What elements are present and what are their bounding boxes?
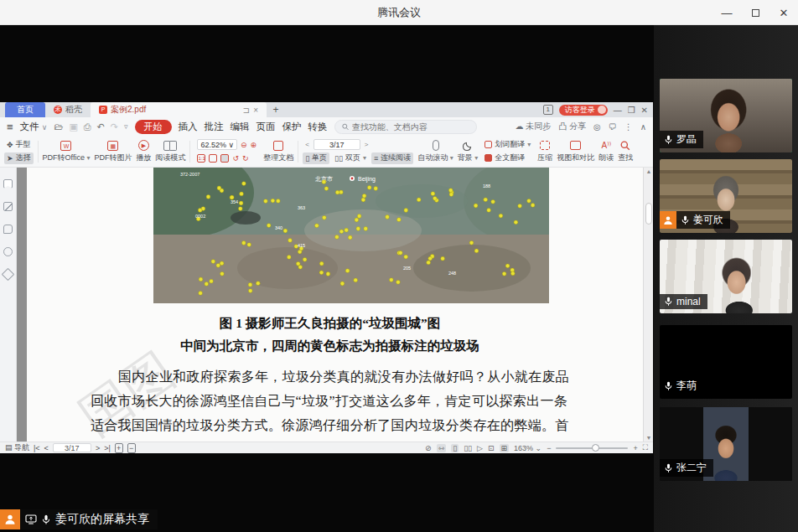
rotate-left-icon[interactable]: ↺: [232, 154, 239, 163]
collapse-ribbon-icon[interactable]: ∧: [640, 122, 646, 132]
double-page-icon[interactable]: ▯▯: [464, 444, 472, 452]
next-page-icon[interactable]: >: [365, 141, 369, 148]
menu-insert[interactable]: 插入: [179, 121, 198, 133]
word-translate-button[interactable]: 划词翻译 ▾: [482, 139, 533, 151]
window-count-icon[interactable]: 1: [543, 105, 553, 115]
wps-minimize-button[interactable]: —: [614, 106, 622, 115]
participant-tile[interactable]: 李萌: [660, 325, 792, 399]
menu-protect[interactable]: 保护: [282, 121, 302, 133]
pdf-to-image-button[interactable]: ▦ PDF转图片: [94, 139, 132, 163]
zoom-in-icon[interactable]: +: [633, 444, 637, 452]
status-page-indicator[interactable]: 3/17: [53, 443, 91, 452]
hand-tool-button[interactable]: ✥ 手型: [4, 139, 34, 151]
search-box[interactable]: [334, 120, 477, 134]
last-page-icon[interactable]: >|: [104, 444, 111, 452]
find-button[interactable]: 查找: [618, 139, 633, 163]
wps-tab-docer[interactable]: 禾 稻壳: [45, 102, 91, 117]
auto-scroll-button[interactable]: 自动滚动 ▾: [417, 139, 453, 163]
wps-tab-home[interactable]: 首页: [5, 102, 45, 117]
read-aloud-button[interactable]: A⁾⁾ 朗读: [598, 139, 614, 163]
tab-split-icon[interactable]: ⊐: [243, 106, 250, 115]
fit-width-icon[interactable]: [209, 154, 217, 163]
participant-tile[interactable]: minal: [660, 240, 792, 313]
compare-button[interactable]: 视图和对比: [557, 139, 594, 163]
rotate-icon[interactable]: ⊡: [488, 444, 495, 452]
next-page-icon[interactable]: >: [96, 444, 100, 452]
wps-tab-document[interactable]: P 案例2.pdf ⊐ ×: [91, 102, 267, 117]
quickbar-more-icon[interactable]: ▿: [124, 122, 128, 131]
tab-close-icon[interactable]: ×: [253, 106, 258, 115]
wps-restore-button[interactable]: ❐: [628, 106, 635, 115]
participant-tile[interactable]: 姜可欣: [660, 159, 792, 233]
feedback-icon[interactable]: 🗩: [609, 122, 617, 132]
prev-page-icon[interactable]: <: [305, 141, 309, 148]
select-tool-button[interactable]: ➤ 选择: [4, 152, 34, 164]
zoom-value-dropdown[interactable]: 62.52% ∨: [197, 139, 237, 150]
scroll-up-icon[interactable]: ▲: [644, 168, 653, 174]
compress-button[interactable]: 压缩: [537, 139, 552, 163]
menu-comment[interactable]: 批注: [205, 121, 224, 133]
toolbar-page-indicator[interactable]: 3/17: [314, 139, 360, 150]
thumbnail-icon[interactable]: [3, 202, 13, 211]
single-page-icon[interactable]: ▯: [451, 444, 459, 452]
remove-page-icon[interactable]: −: [127, 443, 136, 453]
zoom-out-icon[interactable]: −: [547, 444, 551, 452]
single-page-button[interactable]: ▯ 单页: [303, 152, 329, 164]
menu-start[interactable]: 开始: [135, 120, 172, 134]
double-page-button[interactable]: ▯▯ 双页 ▾: [332, 152, 369, 164]
organize-doc-button[interactable]: 整理文档: [263, 139, 293, 163]
open-icon[interactable]: 🗁: [54, 121, 63, 132]
share-button[interactable]: 凸 分享: [558, 121, 586, 132]
play-mode-icon[interactable]: ▷: [477, 444, 483, 452]
prev-page-icon[interactable]: <: [44, 444, 49, 452]
print-icon[interactable]: ⎙: [84, 121, 91, 132]
add-page-icon[interactable]: +: [115, 443, 123, 453]
background-button[interactable]: 背景 ▾: [458, 139, 479, 163]
undo-icon[interactable]: ↶: [97, 121, 105, 132]
comment-icon[interactable]: [3, 225, 13, 234]
scrollbar-thumb[interactable]: [645, 203, 652, 225]
settings-icon[interactable]: ◎: [593, 122, 601, 132]
zoom-slider-knob[interactable]: [592, 444, 599, 452]
continuous-read-button[interactable]: ≡ 连续阅读: [371, 152, 413, 164]
new-tab-button[interactable]: +: [267, 102, 285, 117]
pdf-to-office-button[interactable]: W PDF转Office ▾: [43, 139, 91, 163]
attachment-icon[interactable]: [3, 247, 13, 256]
menu-convert[interactable]: 转换: [308, 121, 328, 133]
menu-page[interactable]: 页面: [256, 121, 276, 133]
rotate-right-icon[interactable]: ↻: [242, 154, 249, 163]
full-translate-button[interactable]: 全文翻译: [482, 152, 533, 164]
status-zoom-dropdown[interactable]: 163% ⌄: [514, 444, 542, 452]
layout-icon[interactable]: ⊞: [500, 444, 510, 452]
bookmark-icon[interactable]: [3, 179, 13, 189]
more-icon[interactable]: ⋮: [624, 122, 633, 132]
play-button[interactable]: ▶ 播放: [136, 139, 151, 163]
vertical-scrollbar[interactable]: ▲ ▼: [643, 168, 653, 442]
nav-panel-button[interactable]: ▤ 导航: [5, 442, 29, 453]
fit-page-icon[interactable]: [220, 154, 229, 163]
first-page-icon[interactable]: |<: [34, 444, 40, 452]
cloud-sync-status[interactable]: ☁ 未同步: [515, 121, 551, 132]
menu-file[interactable]: 文件 ∨: [20, 121, 48, 133]
redo-icon[interactable]: ↷: [111, 121, 118, 132]
close-button[interactable]: ✕: [770, 0, 798, 25]
participant-tile[interactable]: 罗晶: [660, 79, 792, 152]
participant-sidebar[interactable]: 罗晶 姜可欣 minal: [654, 25, 798, 532]
wps-close-button[interactable]: ✕: [641, 106, 648, 115]
save-icon[interactable]: ▣: [69, 121, 77, 132]
zoom-out-icon[interactable]: ⊖: [241, 141, 247, 149]
actual-size-icon[interactable]: 1:1: [197, 154, 205, 163]
read-mode-button[interactable]: 阅读模式: [155, 139, 185, 163]
fullscreen-icon[interactable]: ⛶: [643, 443, 648, 452]
zoom-slider[interactable]: [556, 447, 628, 449]
menu-edit[interactable]: 编辑: [231, 121, 250, 133]
zoom-in-icon[interactable]: ⊕: [251, 141, 257, 149]
minimize-button[interactable]: —: [712, 0, 741, 25]
hamburger-icon[interactable]: ≡: [7, 121, 13, 133]
eye-protect-icon[interactable]: ⊘: [425, 444, 432, 452]
fit-width-icon[interactable]: ⇿: [437, 444, 447, 452]
scroll-down-icon[interactable]: ▼: [644, 435, 653, 441]
document-area[interactable]: 国图 图: [17, 168, 653, 442]
search-input[interactable]: [352, 122, 469, 132]
participant-tile[interactable]: 张二宁: [660, 407, 792, 481]
